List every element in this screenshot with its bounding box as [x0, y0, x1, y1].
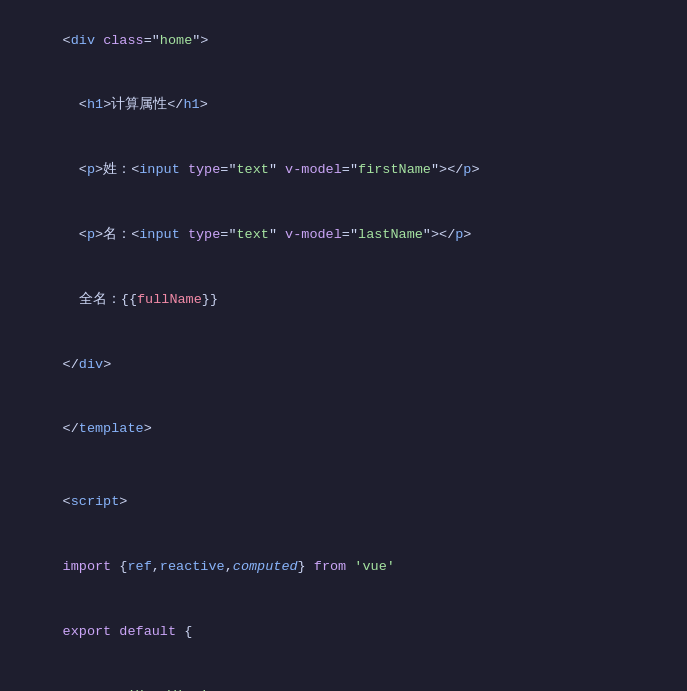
line-export: export default { [0, 599, 687, 664]
line-import: import {ref,reactive,computed} from 'vue… [0, 534, 687, 599]
code-block: <div class="home"> <h1>计算属性</h1> <p>姓：<i… [0, 0, 687, 691]
line-input-first: <p>姓：<input type="text" v-model="firstNa… [0, 138, 687, 203]
line-name: name: 'HomeView', [0, 664, 687, 691]
line-div-open: <div class="home"> [0, 8, 687, 73]
line-div-close: </div> [0, 332, 687, 397]
line-input-last: <p>名：<input type="text" v-model="lastNam… [0, 202, 687, 267]
line-h1: <h1>计算属性</h1> [0, 73, 687, 138]
line-fullname: 全名：{{fullName}} [0, 267, 687, 332]
line-script-open: <script> [0, 469, 687, 534]
line-template-close: </template> [0, 397, 687, 462]
